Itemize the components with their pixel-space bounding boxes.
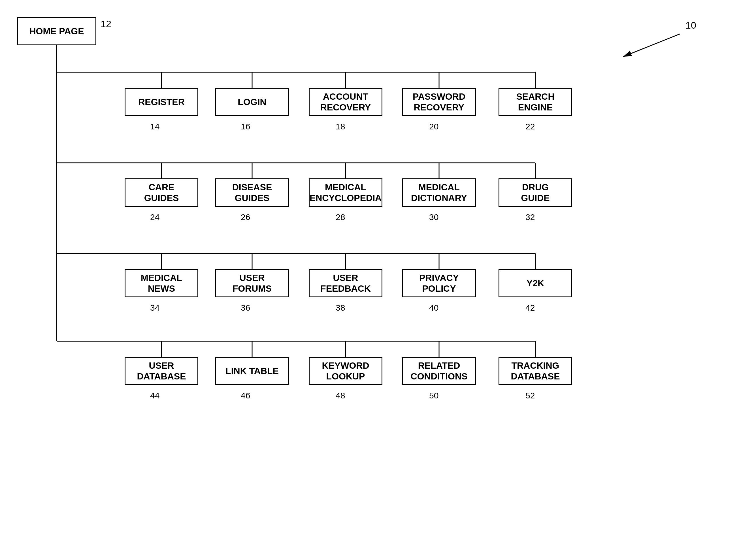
node-medical-news: MEDICALNEWS [125,269,198,297]
ref-48: 48 [336,391,345,400]
ref-24: 24 [150,212,160,222]
node-password-recovery: PASSWORDRECOVERY [402,88,476,116]
node-keyword-lookup-label: KEYWORDLOOKUP [322,360,369,382]
node-medical-encyclopedia: MEDICALENCYCLOPEDIA [309,178,382,207]
node-tracking-database: TRACKINGDATABASE [499,357,572,385]
node-login: LOGIN [215,88,289,116]
node-search-engine-label: SEARCHENGINE [516,91,554,113]
node-home-page: HOME PAGE [17,17,96,45]
svg-line-28 [623,34,680,57]
ref-14: 14 [150,122,160,131]
node-drug-guide: DRUGGUIDE [499,178,572,207]
node-home-page-label: HOME PAGE [29,26,84,37]
ref-50: 50 [429,391,438,400]
ref-30: 30 [429,212,438,222]
ref-26: 26 [241,212,250,222]
node-login-label: LOGIN [238,96,266,107]
node-y2k-label: Y2K [527,278,544,289]
node-medical-dictionary-label: MEDICALDICTIONARY [411,182,467,204]
ref-28: 28 [336,212,345,222]
ref-42: 42 [526,303,535,313]
ref-12: 12 [100,18,111,30]
node-user-database-label: USERDATABASE [137,360,186,382]
node-account-recovery-label: ACCOUNTRECOVERY [320,91,371,113]
node-medical-dictionary: MEDICALDICTIONARY [402,178,476,207]
node-password-recovery-label: PASSWORDRECOVERY [413,91,465,113]
node-privacy-policy-label: PRIVACYPOLICY [419,272,459,294]
node-related-conditions-label: RELATEDCONDITIONS [411,360,468,382]
node-related-conditions: RELATEDCONDITIONS [402,357,476,385]
ref-32: 32 [526,212,535,222]
node-privacy-policy: PRIVACYPOLICY [402,269,476,297]
node-account-recovery: ACCOUNTRECOVERY [309,88,382,116]
ref-34: 34 [150,303,160,313]
ref-22: 22 [526,122,535,131]
node-user-forums: USERFORUMS [215,269,289,297]
node-user-forums-label: USERFORUMS [233,272,272,294]
ref-10-label: 10 [685,20,696,31]
ref-36: 36 [241,303,250,313]
ref-40: 40 [429,303,438,313]
node-keyword-lookup: KEYWORDLOOKUP [309,357,382,385]
node-link-table: LINK TABLE [215,357,289,385]
node-register-label: REGISTER [138,96,185,107]
node-disease-guides-label: DISEASEGUIDES [232,182,272,204]
ref-20: 20 [429,122,438,131]
node-user-feedback: USERFEEDBACK [309,269,382,297]
diagram: 10 HOME PAGE 12 REGISTER 14 LOGIN 16 ACC… [0,0,756,555]
node-drug-guide-label: DRUGGUIDE [521,182,549,204]
ref-38: 38 [336,303,345,313]
node-user-database: USERDATABASE [125,357,198,385]
node-tracking-database-label: TRACKINGDATABASE [511,360,560,382]
ref-46: 46 [241,391,250,400]
node-search-engine: SEARCHENGINE [499,88,572,116]
node-register: REGISTER [125,88,198,116]
ref-44: 44 [150,391,160,400]
node-care-guides-label: CAREGUIDES [144,182,179,204]
node-care-guides: CAREGUIDES [125,178,198,207]
node-medical-encyclopedia-label: MEDICALENCYCLOPEDIA [309,182,382,204]
ref-52: 52 [526,391,535,400]
node-disease-guides: DISEASEGUIDES [215,178,289,207]
ref-18: 18 [336,122,345,131]
node-user-feedback-label: USERFEEDBACK [320,272,371,294]
ref-16: 16 [241,122,250,131]
node-y2k: Y2K [499,269,572,297]
node-link-table-label: LINK TABLE [225,366,279,376]
node-medical-news-label: MEDICALNEWS [141,272,182,294]
